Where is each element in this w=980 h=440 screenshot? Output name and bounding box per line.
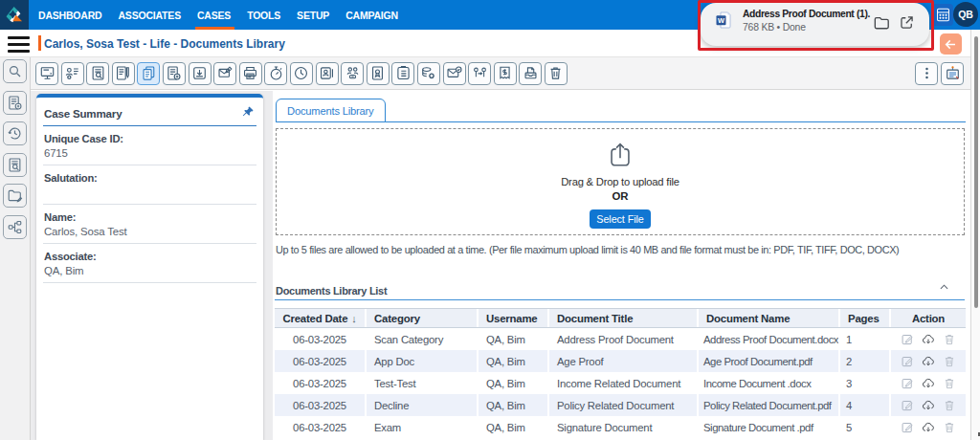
cell-username: QA, Bim: [477, 394, 547, 416]
hierarchy-icon: [7, 219, 23, 235]
download-icon[interactable]: [922, 333, 935, 346]
pin-icon[interactable]: [240, 105, 255, 120]
col-header[interactable]: Document Title: [547, 309, 697, 327]
rail-new-document-button[interactable]: [3, 91, 27, 115]
delete-icon[interactable]: [943, 399, 956, 412]
toolbar-case-review-button[interactable]: [86, 62, 109, 85]
cell-name: Signature Document .pdf: [697, 416, 838, 438]
edit-icon[interactable]: [901, 333, 914, 346]
printer-icon: [242, 65, 258, 81]
col-header[interactable]: Category: [365, 309, 477, 327]
cell-title: Income Related Document: [547, 372, 697, 394]
toolbar-checklist-button[interactable]: [391, 62, 414, 85]
toolbar-inbox-download-button[interactable]: [189, 62, 212, 85]
toolbar-more-options-button[interactable]: [915, 62, 938, 85]
toolbar-premium-settings-button[interactable]: [417, 62, 440, 85]
delete-icon[interactable]: [943, 355, 956, 368]
toolbar-pinned-notes-button[interactable]: [941, 62, 964, 85]
nav-item-campaign[interactable]: CAMPAIGN: [345, 0, 398, 30]
toolbar-client-profile-button[interactable]: [61, 62, 84, 85]
toolbar-certificate-button[interactable]: [367, 62, 390, 85]
edit-icon[interactable]: [901, 355, 914, 368]
collapse-chevron-icon[interactable]: [937, 281, 951, 293]
delete-icon[interactable]: [943, 421, 956, 434]
cell-category: Test-Test: [365, 372, 477, 394]
cell-pages: 2: [838, 350, 889, 372]
nav-item-setup[interactable]: SETUP: [297, 0, 329, 30]
scrollbar-thumb[interactable]: [974, 36, 978, 308]
cell-name: Policy Related Document.pdf: [697, 394, 838, 416]
toolbar-add-document-button[interactable]: [163, 62, 186, 85]
edit-icon[interactable]: [901, 377, 914, 390]
nav-item-cases[interactable]: CASES: [197, 0, 231, 30]
rail-folder-edit-button[interactable]: [3, 184, 27, 208]
toolbar-history-clock-button[interactable]: [290, 62, 313, 85]
cell-name: Age Proof Document.pdf: [697, 350, 838, 372]
search-icon: [7, 63, 23, 79]
col-header[interactable]: Action: [889, 309, 966, 327]
upload-or-text: OR: [612, 190, 628, 202]
show-in-folder-icon[interactable]: [873, 14, 890, 32]
back-button[interactable]: [940, 33, 962, 55]
app-logo[interactable]: [0, 0, 29, 30]
cell-category: Decline: [365, 394, 477, 416]
page-scrollbar[interactable]: [970, 30, 980, 440]
toolbar-documents-library-button[interactable]: [137, 62, 160, 85]
user-avatar[interactable]: QB: [953, 2, 978, 27]
toolbar-compose-mail-button[interactable]: [213, 62, 236, 85]
download-icon[interactable]: [922, 421, 935, 434]
toolbar-mail-status-button[interactable]: [443, 62, 466, 85]
fax-tray-icon: [523, 65, 539, 81]
toolbar-link-records-button[interactable]: [468, 62, 491, 85]
box-down-icon: [191, 65, 208, 81]
copy-icon: [141, 65, 157, 81]
rail-workflow-button[interactable]: [3, 215, 27, 239]
sort-desc-icon[interactable]: ↓: [351, 313, 356, 324]
table-row: 06-03-2025Scan CategoryQA, BimAddress Pr…: [275, 328, 966, 350]
calculator-icon: [935, 7, 951, 23]
doc-search-icon: [7, 157, 23, 173]
toolbar-billing-button[interactable]: [494, 62, 517, 85]
download-icon[interactable]: [922, 377, 935, 390]
toolbar-delete-case-button[interactable]: [545, 62, 568, 85]
quick-tools-button[interactable]: [932, 4, 953, 26]
edit-icon[interactable]: [901, 421, 914, 434]
toolbar-desktop-button[interactable]: [35, 62, 58, 85]
delete-icon[interactable]: [943, 333, 956, 346]
delete-icon[interactable]: [943, 377, 956, 390]
case-summary-header: Case Summary: [43, 98, 256, 126]
mail-pen-icon: [217, 65, 234, 81]
download-notification[interactable]: Address Proof Document (1). 768 KB • Don…: [701, 3, 929, 46]
toolbar-contact-file-button[interactable]: [316, 62, 339, 85]
col-header[interactable]: Username: [477, 309, 547, 327]
upload-dropzone[interactable]: Drag & Drop to upload file OR Select Fil…: [276, 128, 965, 235]
cell-pages: 3: [838, 372, 889, 394]
toolbar-case-notes-button[interactable]: [112, 62, 135, 85]
rail-document-search-button[interactable]: [3, 153, 27, 177]
select-file-button[interactable]: Select File: [590, 209, 650, 229]
download-meta: 768 KB • Done: [743, 22, 869, 33]
edit-icon[interactable]: [901, 399, 914, 412]
col-header[interactable]: Document Name: [697, 309, 838, 327]
case-field-label: Salutation:: [44, 171, 256, 185]
hamburger-menu-icon[interactable]: [8, 36, 30, 53]
open-in-new-icon[interactable]: [899, 14, 915, 31]
nav-item-tools[interactable]: TOOLS: [247, 0, 280, 30]
rail-search-button[interactable]: [3, 59, 27, 83]
toolbar-print-button[interactable]: [239, 62, 262, 85]
col-header[interactable]: Pages: [838, 309, 889, 327]
col-header[interactable]: Created Date↓: [275, 309, 365, 327]
toolbar-relationships-button[interactable]: [341, 62, 364, 85]
download-icon[interactable]: [922, 399, 935, 412]
download-icon[interactable]: [922, 355, 935, 368]
tab-documents-library[interactable]: Documents Library: [276, 99, 386, 122]
nav-item-dashboard[interactable]: DASHBOARD: [38, 0, 101, 30]
case-field-value: 6715: [44, 146, 256, 160]
tab-row: Documents Library: [276, 99, 966, 122]
toolbar-scan-fax-button[interactable]: [519, 62, 542, 85]
toolbar-timer-button[interactable]: [264, 62, 287, 85]
nav-item-associates[interactable]: ASSOCIATES: [118, 0, 180, 30]
upload-note: Up to 5 files are allowed to be uploaded…: [276, 244, 899, 255]
table-row: 06-03-2025DeclineQA, BimPolicy Related D…: [275, 394, 966, 416]
rail-history-button[interactable]: [3, 121, 27, 145]
